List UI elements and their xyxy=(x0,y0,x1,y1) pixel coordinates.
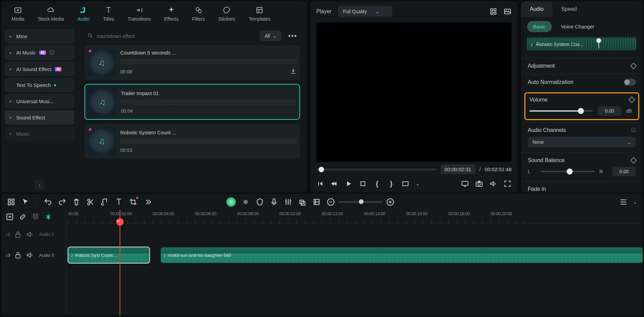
audio-item-0[interactable]: ◆♫ Countdown 5 seconds ... 00:08 xyxy=(84,45,300,80)
sidebar-sound-effect[interactable]: ▸Sound Effect xyxy=(5,110,74,124)
redo-button[interactable] xyxy=(58,198,67,206)
marker-icon[interactable] xyxy=(255,198,264,206)
mixer-icon[interactable] xyxy=(284,198,293,206)
keyframe-diamond-icon[interactable] xyxy=(628,96,635,103)
grid-view-icon[interactable] xyxy=(489,7,497,16)
timeline-tracks[interactable]: 00:0000:00:02:0000:00:04:0000:00:06:0000… xyxy=(66,210,643,316)
magnet-icon[interactable] xyxy=(31,212,40,221)
help-icon[interactable]: ⓘ xyxy=(631,127,636,133)
chevron-down-icon[interactable]: ⌄ xyxy=(633,199,637,205)
tab-speed-props[interactable]: Speed xyxy=(552,1,586,17)
timeline-ruler[interactable]: 00:0000:00:02:0000:00:04:0000:00:06:0000… xyxy=(66,210,643,224)
chevron-down-icon[interactable]: ⌄ xyxy=(416,181,420,186)
zoom-in-button[interactable] xyxy=(386,198,395,206)
rewind-button[interactable] xyxy=(330,180,339,188)
search-input[interactable] xyxy=(97,33,253,39)
volume-slider[interactable] xyxy=(529,110,593,112)
track-3[interactable]: ♪Robotic Syst Count ... ♪mixkit-sun-and-… xyxy=(66,245,643,266)
help-icon[interactable]: ⓘ xyxy=(49,49,54,56)
volume-value[interactable]: 0.00 xyxy=(598,106,621,116)
sidebar-tts[interactable]: Text To Speech xyxy=(5,78,74,92)
link-icon[interactable] xyxy=(18,212,27,221)
audio-item-2[interactable]: ◆♫ Robotic System Count ... 00:03 xyxy=(84,124,300,158)
zoom-slider[interactable] xyxy=(339,201,382,203)
lock-icon[interactable] xyxy=(14,230,22,239)
tab-audio[interactable]: Audio xyxy=(75,5,92,23)
video-preview[interactable] xyxy=(316,22,512,162)
tab-audio-props[interactable]: Audio xyxy=(521,1,552,17)
filter-dropdown[interactable]: All⌄ xyxy=(260,30,281,41)
auto-normalization-toggle[interactable] xyxy=(624,79,636,86)
image-icon[interactable] xyxy=(503,7,512,16)
svg-point-15 xyxy=(478,183,480,185)
scrub-slider[interactable] xyxy=(316,168,437,171)
sidebar-universal[interactable]: ▸Universal Musi... xyxy=(5,94,74,108)
keyframe-diamond-icon[interactable] xyxy=(630,63,637,69)
sidebar-mine[interactable]: ▸Mine xyxy=(5,29,74,43)
clip-mixkit[interactable]: ♪mixkit-sun-and-his-daughter-580 xyxy=(161,247,643,263)
sidebar-ai-music[interactable]: ▸AI MusicAIⓘ xyxy=(5,45,74,60)
layout-icon[interactable] xyxy=(7,198,16,206)
tab-titles[interactable]: Titles xyxy=(101,5,116,23)
mute-icon[interactable] xyxy=(26,230,34,239)
audio-item-1[interactable]: ♫ Trailer Impact 01 00:04 xyxy=(84,84,300,120)
quality-dropdown[interactable]: Full Quality⌄ xyxy=(338,6,392,17)
snap-icon[interactable] xyxy=(44,212,53,221)
clip-waveform[interactable]: ♪ Robotic System Cou... xyxy=(527,38,637,50)
record-icon[interactable] xyxy=(241,198,250,206)
cursor-icon[interactable] xyxy=(21,198,30,206)
tab-stickers[interactable]: Stickers xyxy=(217,5,238,23)
subtab-voice-changer[interactable]: Voice Changer xyxy=(555,21,600,32)
scissor-icon: ✂ xyxy=(117,219,120,224)
snapshot-icon[interactable] xyxy=(475,180,483,188)
volume-icon[interactable] xyxy=(489,180,497,188)
track-header-3[interactable]: ♪3 Audio 3 xyxy=(1,245,66,266)
subtab-basic[interactable]: Basic xyxy=(527,21,552,32)
lock-icon[interactable] xyxy=(14,251,22,259)
more-tools-button[interactable] xyxy=(143,198,152,206)
crop-button[interactable] xyxy=(129,198,138,206)
zoom-out-button[interactable] xyxy=(326,198,335,206)
play-button[interactable] xyxy=(345,180,353,188)
mark-out-button[interactable]: } xyxy=(387,180,395,188)
ratio-button[interactable] xyxy=(401,180,410,188)
keyframe-diamond-icon[interactable] xyxy=(630,157,637,164)
fullscreen-icon[interactable] xyxy=(503,180,512,188)
split-button[interactable] xyxy=(86,198,95,206)
stop-button[interactable] xyxy=(359,180,367,188)
sidebar-music[interactable]: ▸Music xyxy=(5,127,74,141)
fade-in-label: Fade In xyxy=(528,186,546,192)
tab-filters[interactable]: Filters xyxy=(190,5,207,23)
sidebar-collapse-button[interactable]: ‹ xyxy=(35,180,44,190)
tab-stock-media[interactable]: Stock Media xyxy=(36,5,66,23)
text-icon[interactable] xyxy=(115,198,123,206)
beat-icon[interactable] xyxy=(100,198,109,206)
balance-value[interactable]: 0.00 xyxy=(612,167,636,176)
clip-robotic[interactable]: ♪Robotic Syst Count ... xyxy=(68,247,149,263)
tab-transitions[interactable]: Transitions xyxy=(126,5,153,23)
mute-icon[interactable] xyxy=(26,251,34,259)
add-track-icon[interactable] xyxy=(5,212,14,221)
adjust-icon[interactable] xyxy=(312,198,321,206)
delete-button[interactable] xyxy=(72,198,81,206)
mark-in-button[interactable]: { xyxy=(373,180,381,188)
ai-assistant-icon[interactable] xyxy=(226,197,236,207)
track-header-2[interactable]: ♪2 Audio 2 xyxy=(1,224,66,245)
track-options-button[interactable] xyxy=(619,198,628,206)
monitor-icon[interactable] xyxy=(461,180,469,188)
undo-button[interactable] xyxy=(44,198,52,206)
group-icon[interactable] xyxy=(298,198,307,206)
more-button[interactable]: ••• xyxy=(286,31,300,41)
mic-icon[interactable] xyxy=(270,198,278,206)
download-button[interactable] xyxy=(290,68,297,75)
channels-dropdown[interactable]: None⌄ xyxy=(528,137,636,148)
sidebar-ai-sound[interactable]: ▸AI Sound EffectAI xyxy=(5,62,74,76)
tab-media[interactable]: Media xyxy=(9,5,26,23)
prev-frame-button[interactable] xyxy=(316,180,324,188)
balance-slider[interactable] xyxy=(541,171,595,172)
playhead[interactable]: ✂ xyxy=(120,210,120,316)
playhead-marker[interactable] xyxy=(598,40,599,48)
tab-templates[interactable]: Templates xyxy=(247,5,272,23)
track-2[interactable] xyxy=(66,224,643,245)
tab-effects[interactable]: Effects xyxy=(162,5,181,23)
